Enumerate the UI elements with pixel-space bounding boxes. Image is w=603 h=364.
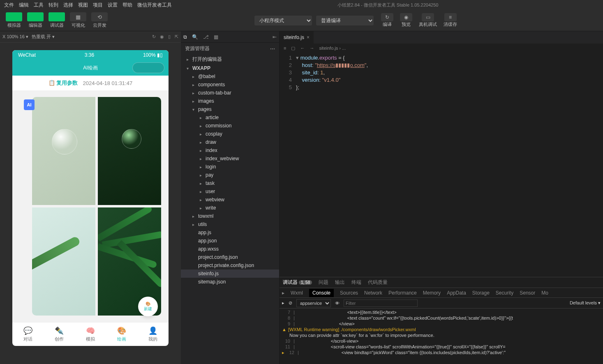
devtab-storage[interactable]: Storage [472, 290, 490, 296]
context-select[interactable]: appservice [296, 299, 331, 307]
zoom-dropdown[interactable]: X 100% 16 ▾ [2, 34, 28, 39]
compile-select[interactable]: 普通编译 [316, 16, 374, 25]
folder-write[interactable]: ▸write [181, 204, 279, 212]
breadcrumb[interactable]: siteinfo.js › ... [319, 46, 346, 51]
folder-webview[interactable]: ▸webview [181, 196, 279, 204]
folder-babel[interactable]: ▸@babel [181, 72, 279, 81]
tab-terminal[interactable]: 终端 [351, 279, 361, 286]
devtab-console[interactable]: Console [309, 289, 334, 297]
tab-debugger[interactable]: 调试器1, 58 [283, 279, 312, 286]
thumb-1[interactable] [32, 97, 95, 205]
devtab-memory[interactable]: Memory [423, 290, 441, 296]
levels-dropdown[interactable]: Default levels ▾ [570, 300, 601, 306]
menu-wxtools[interactable]: 微信开发者工具 [135, 2, 174, 9]
tab-simulate[interactable]: 🧠模拟 [75, 323, 106, 346]
detach-icon[interactable]: ⇱ [175, 34, 178, 39]
menu-help[interactable]: 帮助 [120, 2, 135, 9]
clear-cache-button[interactable]: ≡清缓存 [440, 12, 460, 28]
preview-button[interactable]: ◉预览 [397, 12, 416, 28]
menu-tools[interactable]: 工具 [31, 2, 46, 9]
devtab-network[interactable]: Network [364, 290, 382, 296]
menu-project[interactable]: 项目 [90, 2, 105, 9]
folder-indexwebview[interactable]: ▸index_webview [181, 154, 279, 163]
file-appjson[interactable]: app.json [181, 237, 279, 245]
folder-components[interactable]: ▸components [181, 81, 279, 89]
list-icon[interactable]: ≡ [284, 46, 286, 51]
file-sitemap[interactable]: sitemap.json [181, 278, 279, 286]
open-editors-section[interactable]: ▸打开的编辑器 [181, 55, 279, 64]
file-projectprivate[interactable]: project.private.config.json [181, 261, 279, 270]
file-appjs[interactable]: app.js [181, 228, 279, 237]
tab-quality[interactable]: 代码质量 [368, 279, 388, 286]
folder-index[interactable]: ▸index [181, 146, 279, 154]
image-grid[interactable] [32, 97, 161, 316]
search-icon[interactable]: 🔍 [192, 34, 198, 40]
fab-new-button[interactable]: 🎨新建 [138, 297, 158, 316]
menu-settings[interactable]: 设置 [105, 2, 120, 9]
menu-edit[interactable]: 编辑 [16, 2, 31, 9]
remote-debug-button[interactable]: ▭真机调试 [416, 12, 440, 28]
tab-create[interactable]: ✒️创作 [44, 323, 75, 346]
menu-view[interactable]: 视图 [76, 2, 90, 9]
file-appwxss[interactable]: app.wxss [181, 245, 279, 253]
root-folder[interactable]: ▾WXAPP [181, 64, 279, 72]
code-editor[interactable]: 12345 ▾ module.exports = { host: "https:… [280, 53, 603, 277]
menu-goto[interactable]: 转到 [46, 2, 61, 9]
editor-tab-siteinfo[interactable]: siteinfo.js× [280, 31, 314, 44]
tab-me[interactable]: 👤我的 [137, 323, 169, 346]
console-sidebar-icon[interactable]: ▸ [282, 300, 284, 306]
extensions-icon[interactable]: ▦ [214, 34, 218, 40]
back-icon[interactable]: ← [300, 46, 305, 51]
hot-reload-dropdown[interactable]: 热重载 开 ▾ [32, 34, 55, 40]
file-siteinfo[interactable]: siteinfo.js [181, 270, 279, 278]
tab-output[interactable]: 输出 [335, 279, 345, 286]
refresh-icon[interactable]: ↻ [152, 34, 156, 39]
forward-icon[interactable]: → [310, 46, 314, 51]
capsule-button[interactable] [132, 62, 164, 73]
devtab-sources[interactable]: Sources [340, 290, 358, 296]
menu-file[interactable]: 文件 [2, 2, 16, 9]
devtab-appdata[interactable]: AppData [447, 290, 466, 296]
tab-chat[interactable]: 💬对话 [12, 323, 44, 346]
record-icon[interactable]: ◉ [160, 34, 164, 39]
menu-select[interactable]: 选择 [61, 2, 76, 9]
eye-icon[interactable]: 👁 [335, 301, 340, 306]
devtab-sensor[interactable]: Sensor [520, 290, 535, 296]
folder-login[interactable]: ▸login [181, 163, 279, 171]
thumb-2[interactable] [98, 97, 161, 205]
folder-pay[interactable]: ▸pay [181, 171, 279, 179]
folder-task[interactable]: ▸task [181, 179, 279, 187]
toggle-debugger[interactable]: 调试器 [47, 12, 67, 29]
console-output[interactable]: 7|<text>{{item.title}}</text> 8|<text cl… [280, 309, 603, 364]
folder-pages[interactable]: ▾pages [181, 105, 279, 113]
devtab-performance[interactable]: Performance [388, 290, 417, 296]
sourcecontrol-icon[interactable]: ⎇ [203, 34, 209, 40]
tab-draw[interactable]: 🎨绘画 [106, 323, 137, 346]
folder-cosplay[interactable]: ▸cosplay [181, 130, 279, 138]
mode-select[interactable]: 小程序模式 [254, 16, 312, 25]
clear-console-icon[interactable]: ⊘ [289, 300, 292, 306]
folder-images[interactable]: ▸images [181, 97, 279, 105]
devtab-wxml[interactable]: Wxml [291, 290, 303, 296]
folder-customtabbar[interactable]: ▸custom-tab-bar [181, 89, 279, 97]
folder-draw[interactable]: ▸draw [181, 138, 279, 146]
folder-towxml[interactable]: ▸towxml [181, 212, 279, 220]
compile-button[interactable]: ↻编译 [378, 12, 397, 28]
toggle-cloud[interactable]: ⟲云开发 [90, 12, 109, 29]
folder-user[interactable]: ▸user [181, 187, 279, 196]
toggle-simulator[interactable]: 模拟器 [4, 12, 24, 29]
more-icon[interactable]: ⋯ [270, 46, 275, 52]
thumb-3[interactable] [32, 207, 95, 316]
folder-utils[interactable]: ▸utils [181, 220, 279, 228]
folder-article[interactable]: ▸article [181, 113, 279, 122]
toggle-visualize[interactable]: ▦可视化 [68, 12, 88, 29]
tab-issues[interactable]: 问题 [319, 279, 328, 286]
explorer-tab-icon[interactable]: ⧉ [183, 34, 187, 40]
devtab-security[interactable]: Security [496, 290, 513, 296]
filter-input[interactable] [344, 299, 418, 307]
file-projectconfig[interactable]: project.config.json [181, 253, 279, 261]
toggle-editor[interactable]: 编辑器 [25, 12, 45, 29]
devtab-elements-icon[interactable]: ▸ [282, 290, 284, 296]
device-icon[interactable]: ▯ [168, 34, 171, 39]
devtab-more[interactable]: Mo [541, 290, 548, 296]
